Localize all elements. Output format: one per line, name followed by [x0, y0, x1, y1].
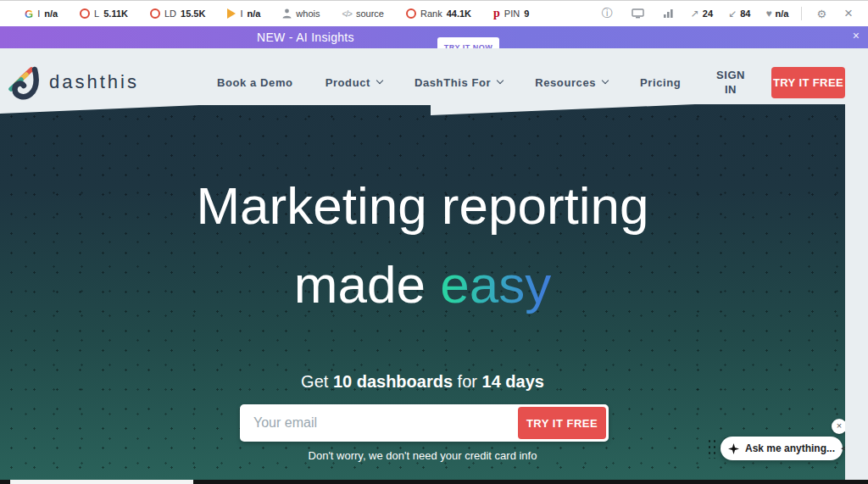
chevron-down-icon — [376, 77, 383, 84]
chat-input-placeholder[interactable]: Ask me anything... — [745, 442, 835, 454]
hero-subtitle: Get 10 dashboards for 14 days — [0, 372, 845, 392]
heart-icon: ♥ — [765, 8, 771, 19]
seo-extension-toolbar: G I n/a L 5.11K LD 15.5K I n/a whois </> — [0, 0, 868, 26]
chat-widget[interactable]: Ask me anything... — [721, 437, 843, 460]
main-nav: dashthis Book a Demo Product DashThis Fo… — [0, 57, 845, 108]
sparkle-icon — [728, 443, 739, 454]
nav-item-label: Book a Demo — [217, 76, 293, 89]
promo-banner-text: NEW - AI Insights — [257, 31, 354, 44]
send-icon[interactable] — [841, 443, 853, 454]
subtitle-dashboards: 10 dashboards — [333, 372, 453, 391]
gear-icon[interactable]: ⚙ — [807, 8, 836, 20]
toolbar-left-group: G I n/a L 5.11K LD 15.5K I n/a whois </> — [14, 7, 540, 20]
hero-title-line1: Marketing reporting — [0, 166, 845, 245]
links-metric[interactable]: L 5.11K — [69, 8, 139, 19]
code-icon: </> — [342, 9, 351, 19]
email-input[interactable] — [253, 409, 508, 437]
pinterest-icon: p — [493, 7, 500, 20]
hero-title-made: made — [294, 255, 440, 314]
hero-title-easy: easy — [440, 255, 551, 314]
nav-item-label: Resources — [535, 76, 596, 89]
promo-banner: NEW - AI Insights TRY IT NOW × — [0, 26, 868, 48]
metric-value: n/a — [776, 8, 789, 19]
toolbar-divider — [801, 7, 802, 20]
chevron-down-icon — [602, 77, 609, 84]
try-it-free-button[interactable]: TRY IT FREE — [518, 407, 606, 439]
nav-item-product[interactable]: Product — [326, 76, 382, 89]
monitor-icon[interactable] — [622, 8, 654, 19]
toolbar-close-icon[interactable]: × — [836, 5, 861, 22]
subtitle-days: 14 days — [482, 372, 544, 391]
metric-value: 24 — [703, 8, 713, 19]
metric-label: source — [356, 8, 384, 19]
metric-value: n/a — [44, 8, 58, 19]
play-icon — [227, 8, 236, 19]
source-link[interactable]: </> source — [331, 8, 395, 19]
external-links-metric[interactable]: ↗ 24 — [683, 8, 721, 19]
nav-menu: Book a Demo Product DashThis For Resourc… — [217, 76, 681, 89]
ring-icon — [150, 8, 160, 19]
metric-value: 44.1K — [447, 8, 471, 19]
metric-label: I — [240, 8, 242, 19]
pinterest-metric[interactable]: p PIN 9 — [482, 7, 540, 20]
metric-label: PIN — [504, 8, 520, 19]
nav-item-label: Pricing — [640, 76, 681, 89]
google-index-metric[interactable]: G I n/a — [14, 8, 69, 20]
sign-in-link[interactable]: SIGN IN — [710, 68, 751, 97]
metric-label: LD — [164, 8, 176, 19]
bottom-taskbar-strip — [0, 480, 868, 484]
bottom-taskbar-search-strip — [10, 480, 193, 484]
subtitle-mid: for — [453, 372, 481, 391]
email-signup-form: TRY IT FREE — [240, 404, 609, 442]
metric-value: 84 — [740, 8, 750, 19]
rank-metric[interactable]: Rank 44.1K — [395, 8, 482, 19]
promo-try-it-now-button[interactable]: TRY IT NOW — [437, 37, 499, 48]
nav-item-book-a-demo[interactable]: Book a Demo — [217, 76, 293, 89]
metric-label: Rank — [420, 8, 442, 19]
google-icon: G — [25, 8, 33, 20]
info-icon[interactable]: ⓘ — [593, 6, 622, 21]
metric-label: L — [94, 8, 99, 19]
index-metric[interactable]: I n/a — [216, 8, 271, 19]
ring-icon — [80, 8, 90, 19]
nav-item-label: DashThis For — [415, 76, 491, 89]
toolbar-right-group: ⓘ ↗ 24 ↙ 84 ♥ n/a ⚙ × — [593, 5, 861, 22]
dashthis-logo-icon — [7, 64, 42, 100]
chat-close-button[interactable]: × — [832, 419, 847, 434]
nav-item-dashthis-for[interactable]: DashThis For — [415, 76, 503, 89]
nav-item-pricing[interactable]: Pricing — [640, 76, 681, 89]
metric-value: n/a — [247, 8, 260, 19]
chat-drag-handle-icon[interactable] — [707, 438, 719, 459]
dashthis-logo[interactable]: dashthis — [7, 64, 139, 100]
chevron-down-icon — [497, 77, 504, 84]
banner-close-icon[interactable]: × — [853, 29, 860, 42]
metric-value: 5.11K — [103, 8, 128, 19]
hero-title-line2: made easy — [0, 245, 845, 324]
logo-wordmark: dashthis — [49, 71, 139, 93]
metric-label: whois — [296, 8, 320, 19]
metric-value: 9 — [524, 8, 529, 19]
subtitle-prefix: Get — [301, 372, 333, 391]
nav-item-label: Product — [326, 76, 370, 89]
page-body: Marketing reporting made easy Get 10 das… — [0, 48, 868, 480]
inbound-links-metric[interactable]: ↙ 84 — [721, 8, 758, 19]
person-icon — [282, 8, 292, 19]
whois-link[interactable]: whois — [271, 8, 331, 19]
nav-try-it-free-button[interactable]: TRY IT FREE — [771, 67, 845, 98]
nav-item-resources[interactable]: Resources — [535, 76, 608, 89]
chart-icon[interactable] — [654, 8, 683, 19]
ring-icon — [406, 8, 416, 19]
metric-label: I — [37, 8, 40, 19]
external-link-icon: ↗ — [691, 8, 699, 19]
linked-domains-metric[interactable]: LD 15.5K — [139, 8, 216, 19]
metric-value: 15.5K — [181, 8, 205, 19]
hero-title: Marketing reporting made easy — [0, 166, 845, 324]
health-metric[interactable]: ♥ n/a — [758, 8, 796, 19]
hero-section: Marketing reporting made easy Get 10 das… — [0, 48, 845, 480]
inbound-link-icon: ↙ — [728, 8, 737, 19]
